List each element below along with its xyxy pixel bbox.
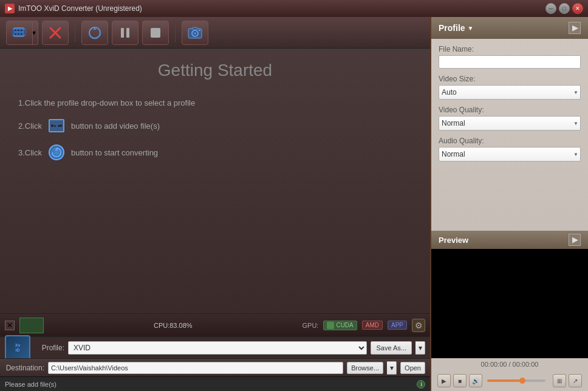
instruction-step-3: 3.Click button to start converting (18, 144, 412, 161)
svg-point-17 (194, 32, 196, 35)
svg-rect-6 (15, 33, 16, 35)
instruction-step-1: 1.Click the profile drop-down box to sel… (18, 98, 412, 107)
preview-title: Preview (439, 236, 468, 245)
preview-stop-button[interactable]: ■ (453, 374, 467, 387)
film-icon (49, 119, 64, 132)
status-mini-preview (19, 318, 44, 333)
volume-thumb (519, 378, 525, 384)
video-size-select[interactable]: Auto 320x240 640x480 (439, 85, 581, 100)
instruction-step-2: 2.Click button to add video file(s) (18, 117, 412, 134)
stop-button[interactable] (142, 21, 169, 45)
file-name-input[interactable] (439, 55, 581, 69)
convert-icon (49, 144, 64, 160)
video-size-select-wrapper: Auto 320x240 640x480 (439, 85, 581, 100)
right-panel: Profile ▼ ▶ File Name: Video Size: Auto … (430, 17, 588, 391)
cpu-text: CPU:83.08% (49, 322, 298, 329)
preview-extra-btn-2[interactable]: ↗ (569, 374, 582, 387)
save-as-button[interactable]: Save As... (371, 341, 412, 355)
status-bar: ✕ CPU:83.08% GPU: CUDA AMD APP ⚙ (0, 313, 430, 336)
left-panel: ▾ (0, 17, 430, 391)
file-name-group: File Name: (439, 45, 581, 69)
app-icon: ▶ (5, 4, 15, 13)
profile-field-label: Profile: (34, 344, 64, 352)
instructions: 1.Click the profile drop-down box to sel… (0, 98, 430, 171)
profile-panel-header: Profile ▼ ▶ (431, 17, 588, 39)
watermark (290, 186, 381, 277)
amd-label: AMD (366, 322, 379, 328)
app-title: ImTOO XviD Converter (Unregistered) (18, 4, 545, 13)
step3-prefix: 3.Click (18, 148, 42, 157)
toolbar-divider-1 (75, 24, 75, 42)
toolbar: ▾ (0, 17, 430, 49)
settings-button[interactable]: ⚙ (412, 319, 425, 332)
preview-extra-btn-1[interactable]: ⊞ (553, 374, 566, 387)
profile-fields: File Name: Video Size: Auto 320x240 640x… (431, 39, 588, 231)
svg-rect-4 (18, 30, 19, 31)
xvid-logo: XviD (5, 335, 30, 361)
preview-extras: ⊞ ↗ (553, 374, 582, 387)
svg-rect-5 (21, 30, 22, 31)
preview-controls: ▶ ■ 🔊 ⊞ ↗ (431, 370, 588, 391)
maximize-button[interactable]: □ (559, 3, 570, 14)
main-container: ▾ (0, 17, 588, 391)
profile-select[interactable]: XVID (68, 341, 367, 355)
svg-rect-1 (12, 29, 14, 35)
add-files-text: Please add file(s) (5, 381, 413, 388)
svg-rect-7 (18, 33, 19, 35)
cuda-label: CUDA (336, 322, 353, 328)
destination-input[interactable] (48, 362, 343, 374)
preview-header: Preview ▶ (431, 231, 588, 249)
open-button[interactable]: Open (400, 362, 425, 374)
audio-quality-label: Audio Quality: (439, 137, 581, 145)
svg-rect-14 (151, 28, 160, 38)
convert-button[interactable] (81, 21, 108, 45)
video-quality-group: Video Quality: Normal Low High (439, 106, 581, 131)
profile-expand-button[interactable]: ▶ (569, 22, 581, 34)
step3-icon (48, 144, 65, 161)
volume-slider[interactable] (487, 379, 545, 382)
toolbar-divider-2 (175, 24, 176, 42)
preview-screen (431, 249, 588, 358)
snapshot-button[interactable] (182, 21, 208, 45)
destination-bar: Destination: Browse... ▾ Open (0, 358, 430, 376)
svg-rect-3 (15, 30, 16, 31)
add-video-button[interactable] (6, 21, 33, 45)
browse-dropdown[interactable]: ▾ (387, 361, 397, 375)
step2-suffix: button to add video file(s) (71, 121, 160, 131)
video-quality-select[interactable]: Normal Low High (439, 116, 581, 131)
add-files-bar: Please add file(s) ℹ (0, 376, 430, 391)
svg-rect-8 (21, 33, 22, 35)
remove-button[interactable] (42, 21, 69, 45)
audio-quality-group: Audio Quality: Normal Low High (439, 137, 581, 162)
svg-rect-2 (24, 29, 26, 35)
video-quality-label: Video Quality: (439, 106, 581, 114)
play-button[interactable]: ▶ (437, 374, 451, 387)
info-icon: ℹ (417, 380, 425, 389)
status-close-icon[interactable]: ✕ (5, 321, 15, 330)
getting-started-title: Getting Started (158, 61, 272, 80)
volume-fill (487, 379, 522, 382)
profile-bar: XviD Profile: XVID Save As... ▾ (0, 336, 430, 358)
window-controls[interactable]: ─ □ ✕ (545, 3, 583, 14)
step2-icon (48, 117, 65, 134)
profile-panel-title: Profile (439, 23, 465, 33)
title-bar: ▶ ImTOO XviD Converter (Unregistered) ─ … (0, 0, 588, 17)
svg-rect-13 (126, 28, 129, 38)
svg-rect-0 (13, 28, 24, 36)
pause-button[interactable] (112, 21, 138, 45)
profile-arrow-icon: ▼ (468, 25, 474, 32)
close-button[interactable]: ✕ (572, 3, 583, 14)
volume-icon[interactable]: 🔊 (469, 374, 482, 387)
browse-button[interactable]: Browse... (347, 362, 383, 374)
step2-prefix: 2.Click (18, 121, 42, 131)
preview-expand-button[interactable]: ▶ (569, 234, 581, 246)
minimize-button[interactable]: ─ (545, 3, 556, 14)
step1-text: 1.Click the profile drop-down box to sel… (18, 98, 195, 107)
video-size-label: Video Size: (439, 75, 581, 83)
audio-quality-select[interactable]: Normal Low High (439, 147, 581, 162)
video-size-group: Video Size: Auto 320x240 640x480 (439, 75, 581, 100)
preview-section: Preview ▶ 00:00:00 / 00:00:00 ▶ ■ 🔊 (431, 231, 588, 391)
gpu-label: GPU: (303, 322, 319, 329)
video-quality-select-wrapper: Normal Low High (439, 116, 581, 131)
save-as-dropdown[interactable]: ▾ (415, 341, 425, 355)
